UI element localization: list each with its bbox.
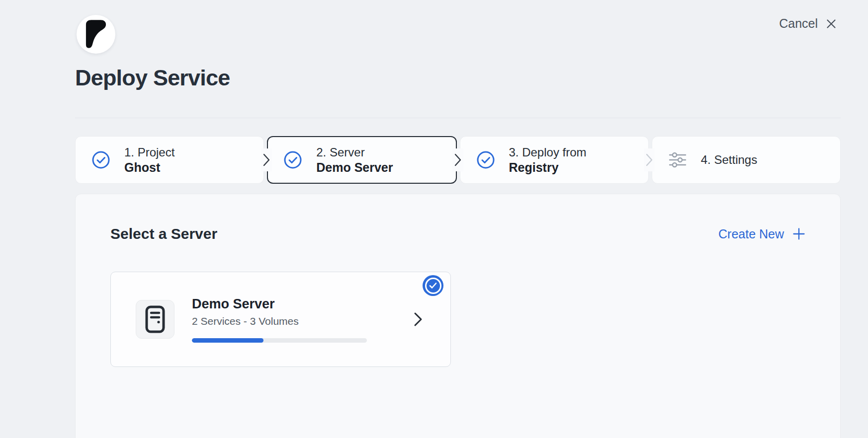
logo-glyph-icon: [85, 19, 107, 49]
panel-header: Select a Server Create New: [110, 225, 805, 243]
close-icon: [825, 18, 837, 30]
step-separator-chevron-icon: [644, 148, 655, 171]
chevron-right-icon: [413, 312, 424, 327]
step-value: Demo Server: [316, 160, 393, 175]
server-info: Demo Server 2 Services - 3 Volumes: [192, 296, 367, 343]
step-text: 2. Server Demo Server: [316, 145, 393, 175]
panel-heading: Select a Server: [110, 225, 217, 243]
create-new-label: Create New: [718, 227, 784, 241]
check-circle-icon: [283, 150, 302, 169]
step-label: 3. Deploy from: [509, 145, 587, 160]
check-circle-icon: [476, 150, 495, 169]
cancel-button[interactable]: Cancel: [779, 16, 837, 31]
cancel-label: Cancel: [779, 16, 818, 31]
sliders-icon: [668, 152, 687, 168]
step-value: Registry: [509, 160, 587, 175]
step-card-settings[interactable]: 4. Settings: [652, 136, 841, 184]
page-title: Deploy Service: [75, 66, 841, 90]
check-circle-icon: [91, 150, 110, 169]
step-separator-chevron-icon: [452, 148, 463, 171]
step-card-project[interactable]: 1. Project Ghost: [75, 136, 264, 184]
step-text: 3. Deploy from Registry: [509, 145, 587, 175]
plus-icon: [792, 227, 805, 240]
select-server-panel: Select a Server Create New: [75, 194, 841, 438]
server-usage-progress-fill: [192, 338, 263, 343]
app-logo: [77, 15, 115, 54]
server-icon: [145, 305, 166, 333]
step-label: 2. Server: [316, 145, 393, 160]
step-value: Ghost: [124, 160, 174, 175]
create-new-button[interactable]: Create New: [718, 227, 805, 241]
step-card-deploy-from[interactable]: 3. Deploy from Registry: [460, 136, 649, 184]
step-label: 1. Project: [124, 145, 174, 160]
step-text: 4. Settings: [701, 152, 757, 167]
server-card-demo-server[interactable]: Demo Server 2 Services - 3 Volumes: [110, 272, 451, 367]
server-usage-progress: [192, 338, 367, 343]
selected-check-badge-icon: [423, 275, 443, 296]
step-label: 4. Settings: [701, 152, 757, 167]
header: Deploy Service: [0, 0, 868, 90]
step-separator-chevron-icon: [261, 148, 272, 171]
wizard-steps: 1. Project Ghost 2. Server Demo Server: [75, 136, 841, 184]
step-card-server[interactable]: 2. Server Demo Server: [267, 136, 456, 184]
server-tile: [136, 300, 174, 339]
step-text: 1. Project Ghost: [124, 145, 174, 175]
header-divider: [75, 118, 841, 118]
server-meta: 2 Services - 3 Volumes: [192, 315, 367, 327]
server-name: Demo Server: [192, 296, 367, 311]
deploy-service-modal: Cancel Deploy Service 1. Project Ghost: [0, 0, 868, 438]
